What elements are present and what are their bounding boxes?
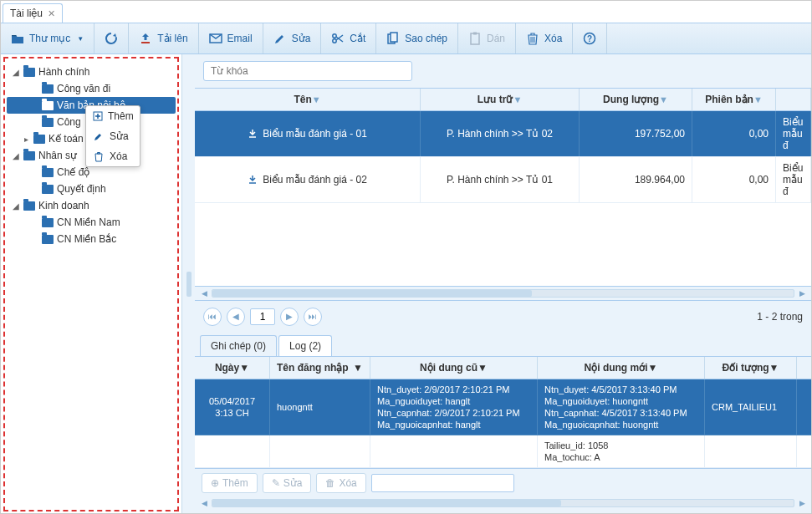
close-icon[interactable]: ✕	[48, 8, 55, 19]
copy-button[interactable]: Sao chép	[376, 23, 458, 53]
file-size: 189.964,00	[635, 174, 685, 186]
pager-first[interactable]: ⏮	[203, 308, 222, 326]
tree-node-cnmn[interactable]: ▸CN Miền Nam	[7, 214, 176, 231]
email-button[interactable]: Email	[199, 23, 263, 53]
folder-icon	[11, 32, 24, 45]
help-button[interactable]: ?	[573, 23, 607, 53]
refresh-button[interactable]	[94, 23, 129, 53]
log-col-date[interactable]: Ngày▼	[195, 357, 270, 379]
download-icon[interactable]	[248, 175, 258, 185]
tree-label: Kế toán	[49, 133, 84, 145]
col-header-desc[interactable]	[776, 89, 811, 110]
log-col-new[interactable]: Nội dung mới▼	[538, 357, 705, 379]
folder-icon	[42, 168, 54, 177]
log-row[interactable]: 05/04/2017 3:13 CH huongntt Ntn_duyet: 2…	[195, 379, 811, 435]
tab-log[interactable]: Log (2)	[278, 335, 332, 356]
tree-node-hanhchinh[interactable]: ◢Hành chính	[7, 64, 176, 80]
log-col-user[interactable]: Tên đăng nhập▼	[270, 357, 370, 379]
paste-button[interactable]: Dán	[458, 23, 516, 53]
filter-icon[interactable]: ▼	[239, 362, 249, 374]
pager-prev[interactable]: ◀	[227, 308, 245, 326]
filter-icon[interactable]: ▼	[659, 94, 668, 104]
col-header-store[interactable]: Lưu trữ▼	[421, 89, 580, 110]
copy-icon	[386, 32, 400, 45]
tab-label: Tài liệu	[10, 8, 43, 19]
edit-label: Sửa	[292, 33, 311, 44]
context-edit[interactable]: Sửa	[86, 126, 140, 146]
grid-hscroll[interactable]: ◀▶	[195, 287, 811, 300]
file-name: Biểu mẫu đánh giá - 02	[263, 174, 367, 186]
context-add[interactable]: Thêm	[86, 106, 140, 126]
col-header-size[interactable]: Dung lượng▼	[580, 89, 692, 110]
edit-button[interactable]: Sửa	[263, 23, 322, 53]
cut-button[interactable]: Cắt	[321, 23, 376, 53]
col-header-name[interactable]: Tên▼	[195, 89, 421, 110]
pager-next[interactable]: ▶	[280, 308, 299, 326]
svg-point-2	[333, 39, 336, 43]
log-delete-button[interactable]: 🗑Xóa	[316, 473, 365, 493]
upload-icon	[139, 32, 152, 45]
log-col-old[interactable]: Nội dung cũ▼	[370, 357, 538, 379]
splitter-handle[interactable]	[186, 272, 192, 297]
folder-icon	[42, 218, 54, 227]
log-row[interactable]: Tailieu_id: 1058 Ma_tochuc: A	[195, 435, 811, 468]
folder-dropdown-button[interactable]: Thư mục ▼	[1, 23, 94, 53]
download-icon[interactable]	[248, 129, 258, 139]
delete-label: Xóa	[544, 33, 562, 44]
pager-summary: 1 - 2 trong	[757, 311, 803, 323]
svg-rect-4	[391, 33, 397, 42]
log-date: 05/04/2017 3:13 CH	[195, 379, 270, 435]
email-icon	[209, 32, 222, 45]
svg-text:?: ?	[587, 34, 592, 43]
folder-icon	[23, 151, 35, 160]
detail-tabs: Ghi chép (0) Log (2)	[195, 332, 811, 357]
pager-last[interactable]: ⏭	[304, 308, 322, 326]
context-delete[interactable]: Xóa	[86, 146, 140, 166]
filter-icon[interactable]: ▼	[513, 94, 522, 104]
upload-button[interactable]: Tải lên	[129, 23, 198, 53]
caret-down-icon: ▼	[77, 35, 84, 43]
log-add-button[interactable]: ⊕Thêm	[202, 473, 258, 493]
search-input[interactable]	[203, 61, 412, 81]
pencil-icon	[93, 130, 105, 142]
file-version: 0,00	[749, 128, 769, 140]
scroll-left-icon[interactable]: ◀	[198, 288, 210, 299]
tab-strip: Tài liệu ✕	[1, 1, 811, 23]
pager-page-input[interactable]	[250, 308, 275, 325]
file-row[interactable]: Biểu mẫu đánh giá - 01 P. Hành chính >> …	[195, 111, 811, 157]
filter-icon[interactable]: ▼	[753, 94, 763, 104]
log-hscroll[interactable]: ◀▶	[195, 496, 811, 510]
file-name: Biểu mẫu đánh giá - 01	[263, 128, 367, 140]
log-filter-input[interactable]	[371, 474, 514, 492]
filter-icon[interactable]: ▼	[648, 362, 658, 374]
splitter[interactable]	[181, 54, 195, 514]
filter-icon[interactable]: ▼	[312, 94, 321, 104]
tree-node-congvandi[interactable]: ▸Công văn đi	[7, 80, 176, 97]
log-new: Ntn_duyet: 4/5/2017 3:13:40 PM Ma_nguoid…	[538, 379, 705, 435]
ctx-label: Sửa	[110, 130, 129, 142]
tab-notes[interactable]: Ghi chép (0)	[200, 335, 277, 356]
log-body: 05/04/2017 3:13 CH huongntt Ntn_duyet: 2…	[195, 379, 811, 468]
tree-node-kinhdoanh[interactable]: ◢Kinh doanh	[7, 197, 176, 214]
col-header-version[interactable]: Phiên bản▼	[692, 89, 776, 110]
pencil-icon: ✎	[272, 477, 280, 489]
tree-node-cnmb[interactable]: ▸CN Miền Bắc	[7, 231, 176, 247]
filter-icon[interactable]: ▼	[353, 362, 363, 374]
scroll-right-icon[interactable]: ▶	[796, 497, 808, 509]
tab-documents[interactable]: Tài liệu ✕	[3, 3, 63, 23]
scroll-left-icon[interactable]: ◀	[198, 497, 210, 509]
log-date	[195, 435, 270, 467]
log-col-obj[interactable]: Đối tượng▼	[705, 357, 797, 379]
scroll-right-icon[interactable]: ▶	[796, 288, 808, 299]
log-obj	[705, 435, 797, 467]
delete-button[interactable]: Xóa	[516, 23, 573, 53]
log-edit-button[interactable]: ✎Sửa	[263, 473, 312, 493]
filter-icon[interactable]: ▼	[477, 362, 488, 374]
main-toolbar: Thư mục ▼ Tải lên Email Sửa Cắt Sao ch	[1, 23, 811, 54]
copy-label: Sao chép	[405, 33, 447, 44]
filter-icon[interactable]: ▼	[769, 362, 779, 374]
log-old	[370, 435, 538, 467]
tree-node-quyetdinh[interactable]: ▸Quyết định	[7, 181, 176, 197]
tree-label: Hành chính	[38, 66, 89, 78]
file-row[interactable]: Biểu mẫu đánh giá - 02 P. Hành chính >> …	[195, 157, 811, 203]
